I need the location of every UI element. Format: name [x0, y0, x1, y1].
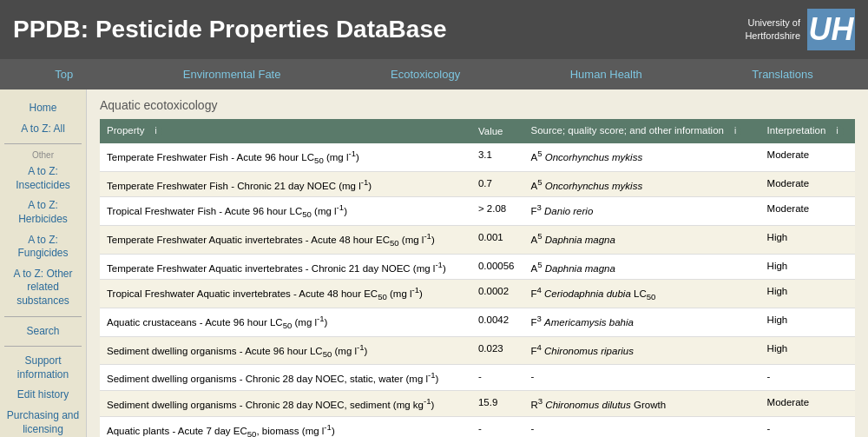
nav-human-health[interactable]: Human Health	[553, 59, 660, 89]
nav-translations[interactable]: Translations	[734, 59, 830, 89]
table-row: Temperate Freshwater Aquatic invertebrat…	[100, 254, 855, 280]
cell-source: A5 Oncorhynchus mykiss	[523, 171, 760, 197]
cell-interpretation: High	[760, 225, 855, 254]
cell-interpretation: -	[760, 365, 855, 391]
ecotoxicology-table: Property i Value Source; quality score; …	[100, 119, 855, 437]
cell-interpretation: High	[760, 280, 855, 308]
table-row: Temperate Freshwater Fish - Chronic 21 d…	[100, 171, 855, 197]
cell-property: Temperate Freshwater Fish - Acute 96 hou…	[100, 143, 471, 171]
site-title: PPDB: Pesticide Properties DataBase	[13, 16, 447, 43]
table-row: Temperate Freshwater Aquatic invertebrat…	[100, 225, 855, 254]
table-row: Tropical Freshwater Fish - Acute 96 hour…	[100, 197, 855, 226]
sidebar-support[interactable]: Support information	[4, 351, 82, 385]
cell-interpretation: High	[760, 336, 855, 365]
sidebar-purchasing[interactable]: Purchasing and licensing	[4, 406, 82, 437]
table-body: Temperate Freshwater Fish - Acute 96 hou…	[100, 143, 855, 437]
university-logo: University ofHertfordshire UH	[745, 9, 855, 50]
main-content: Aquatic ecotoxicology Property i Value S…	[87, 89, 868, 437]
content-area: Home A to Z: All Other A to Z: Insectici…	[0, 89, 868, 437]
cell-property: Tropical Freshwater Fish - Acute 96 hour…	[100, 197, 471, 226]
interpretation-info-icon[interactable]: i	[832, 125, 844, 137]
university-name: University ofHertfordshire	[745, 17, 800, 43]
cell-value: 0.7	[471, 171, 524, 197]
nav-ecotoxicology[interactable]: Ecotoxicology	[373, 59, 477, 89]
sidebar-fungicides[interactable]: A to Z: Fungicides	[4, 230, 82, 264]
col-property: Property i	[100, 119, 471, 143]
cell-property: Temperate Freshwater Aquatic invertebrat…	[100, 225, 471, 254]
nav-top[interactable]: Top	[37, 59, 90, 89]
cell-source: -	[523, 365, 760, 391]
cell-interpretation: Moderate	[760, 171, 855, 197]
cell-property: Temperate Freshwater Fish - Chronic 21 d…	[100, 171, 471, 197]
col-interpretation: Interpretation i	[760, 119, 855, 143]
sidebar-herbicides[interactable]: A to Z: Herbicides	[4, 195, 82, 229]
table-row: Aquatic plants - Acute 7 day EC50, bioma…	[100, 416, 855, 437]
property-info-icon[interactable]: i	[150, 125, 162, 137]
cell-property: Sediment dwelling organisms - Chronic 28…	[100, 365, 471, 391]
cell-value: -	[471, 365, 524, 391]
sidebar-insecticides[interactable]: A to Z: Insecticides	[4, 162, 82, 195]
table-row: Aquatic crustaceans - Acute 96 hour LC50…	[100, 308, 855, 336]
cell-source: F4 Ceriodaphnia dubia LC50	[523, 280, 760, 308]
cell-value: 3.1	[471, 143, 524, 171]
cell-source: -	[523, 416, 760, 437]
table-row: Sediment dwelling organisms - Chronic 28…	[100, 390, 855, 416]
col-value: Value	[471, 119, 524, 143]
cell-value: 0.0042	[471, 308, 524, 336]
cell-property: Sediment dwelling organisms - Acute 96 h…	[100, 336, 471, 365]
cell-value: 0.023	[471, 336, 524, 365]
main-nav: Top Environmental Fate Ecotoxicology Hum…	[0, 59, 868, 89]
sidebar-home[interactable]: Home	[4, 98, 82, 119]
sidebar-search[interactable]: Search	[4, 321, 82, 342]
cell-interpretation: High	[760, 254, 855, 280]
cell-value: > 2.08	[471, 197, 524, 226]
cell-source: R3 Chironomus dilutus Growth	[523, 390, 760, 416]
table-row: Sediment dwelling organisms - Chronic 28…	[100, 365, 855, 391]
cell-source: F3 Danio rerio	[523, 197, 760, 226]
page-heading: Aquatic ecotoxicology	[100, 98, 855, 112]
nav-environmental-fate[interactable]: Environmental Fate	[166, 59, 299, 89]
cell-source: F3 Americamysis bahia	[523, 308, 760, 336]
cell-interpretation: -	[760, 416, 855, 437]
cell-value: 0.00056	[471, 254, 524, 280]
cell-value: 0.001	[471, 225, 524, 254]
university-icon: UH	[807, 9, 855, 50]
table-row: Sediment dwelling organisms - Acute 96 h…	[100, 336, 855, 365]
cell-interpretation: Moderate	[760, 143, 855, 171]
cell-property: Aquatic plants - Acute 7 day EC50, bioma…	[100, 416, 471, 437]
page-header: PPDB: Pesticide Properties DataBase Univ…	[0, 0, 868, 59]
cell-interpretation: Moderate	[760, 197, 855, 226]
table-header-row: Property i Value Source; quality score; …	[100, 119, 855, 143]
cell-value: 0.0002	[471, 280, 524, 308]
sidebar-atoz-all[interactable]: A to Z: All	[4, 119, 82, 140]
table-row: Tropical Freshwater Aquatic invertebrate…	[100, 280, 855, 308]
cell-interpretation: High	[760, 308, 855, 336]
cell-source: A5 Oncorhynchus mykiss	[523, 143, 760, 171]
cell-property: Temperate Freshwater Aquatic invertebrat…	[100, 254, 471, 280]
cell-source: A5 Daphnia magna	[523, 225, 760, 254]
cell-property: Tropical Freshwater Aquatic invertebrate…	[100, 280, 471, 308]
sidebar-edit-history[interactable]: Edit history	[4, 385, 82, 406]
sidebar: Home A to Z: All Other A to Z: Insectici…	[0, 89, 87, 437]
cell-property: Aquatic crustaceans - Acute 96 hour LC50…	[100, 308, 471, 336]
sidebar-other-substances[interactable]: A to Z: Other related substances	[4, 264, 82, 312]
table-row: Temperate Freshwater Fish - Acute 96 hou…	[100, 143, 855, 171]
sidebar-other-category: Other	[4, 149, 82, 162]
cell-value: 15.9	[471, 390, 524, 416]
cell-property: Sediment dwelling organisms - Chronic 28…	[100, 390, 471, 416]
cell-source: F4 Chironomus riparius	[523, 336, 760, 365]
cell-source: A5 Daphnia magna	[523, 254, 760, 280]
cell-value: -	[471, 416, 524, 437]
col-source: Source; quality score; and other informa…	[523, 119, 760, 143]
cell-interpretation: Moderate	[760, 390, 855, 416]
source-info-icon[interactable]: i	[729, 125, 741, 137]
